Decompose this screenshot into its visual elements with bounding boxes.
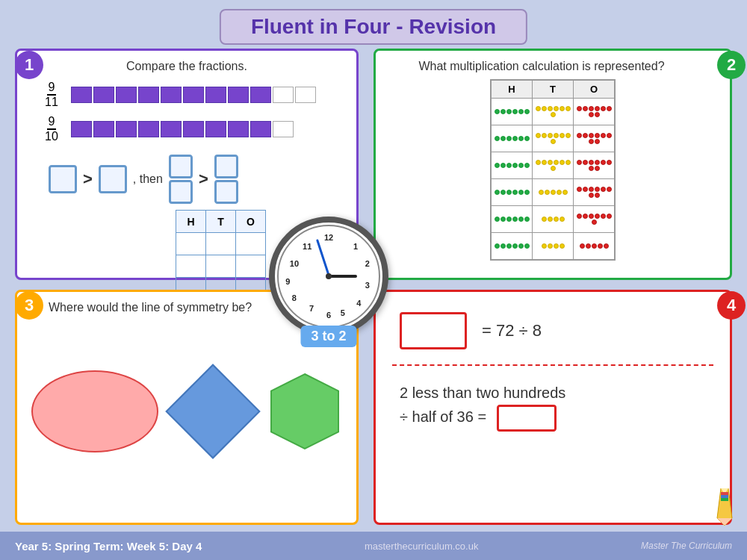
svg-rect-6 (721, 498, 728, 501)
clock-6: 6 (326, 311, 331, 320)
cell-h2 (492, 125, 533, 152)
bar (228, 87, 249, 103)
answer-inline-box[interactable] (497, 405, 557, 432)
footer-brand: Master The Curriculum (641, 541, 732, 551)
col-o: O (574, 81, 615, 99)
bar (138, 87, 159, 103)
bar (71, 87, 92, 103)
question-number-1: 1 (15, 51, 43, 79)
cell-o2 (574, 125, 615, 152)
clock-2: 2 (365, 259, 370, 268)
q4-top-equation: = 72 ÷ 8 (400, 312, 721, 349)
fraction-2-bars (71, 121, 294, 137)
question-2-box: What multiplication calculation is repre… (374, 49, 732, 280)
equation-2-line2: ÷ half of 36 = (400, 405, 721, 432)
q1-instruction: Compare the fractions. (26, 60, 347, 73)
bar (250, 87, 271, 103)
clock-12: 12 (324, 233, 333, 242)
q2-instruction: What multiplication calculation is repre… (385, 60, 721, 73)
cell-h4 (492, 179, 533, 206)
shapes-area (26, 326, 347, 497)
hto-o: O (236, 211, 266, 233)
bar-empty (273, 87, 294, 103)
table-row (492, 99, 615, 125)
ans-box-frac-bot-2[interactable] (214, 180, 238, 204)
bar (161, 121, 182, 137)
fraction-1-bars (71, 87, 316, 103)
cell-o3 (574, 152, 615, 179)
cell-o1 (574, 99, 615, 125)
ans-box-frac-top-1[interactable] (169, 155, 193, 178)
cell-t5 (533, 206, 574, 233)
bar (161, 87, 182, 103)
bar (71, 121, 92, 137)
mult-grid: H T O (490, 79, 616, 261)
q2-content: H T O (385, 79, 721, 261)
bar (116, 121, 137, 137)
clock-5: 5 (341, 308, 345, 317)
fraction-1: 9 11 (41, 81, 62, 109)
clock-4: 4 (356, 299, 361, 308)
clock-face: 12 1 2 3 4 5 6 7 8 9 10 11 (269, 217, 388, 336)
answer-rect-1[interactable] (400, 312, 467, 349)
cell-o6 (574, 233, 615, 260)
footer-website: masterthecurriculum.co.uk (202, 541, 641, 552)
hour-hand (329, 275, 357, 278)
cell-t1 (533, 99, 574, 125)
bar (228, 121, 249, 137)
cell-h3 (492, 152, 533, 179)
question-4-box: = 72 ÷ 8 2 less than two hundreds ÷ half… (374, 290, 732, 525)
answer-box-2[interactable] (99, 165, 127, 193)
oval-shape (31, 370, 158, 452)
hexagon-shape (267, 370, 342, 452)
clock-8: 8 (292, 293, 297, 302)
divider (392, 364, 713, 366)
table-row (492, 125, 615, 152)
page-title: Fluent in Four - Revision (220, 9, 527, 45)
answer-boxes-row: > , then > (49, 155, 347, 204)
bar-empty (273, 121, 294, 137)
diamond-wrapper (168, 367, 258, 456)
ans-box-frac-bot-1[interactable] (169, 180, 193, 204)
clock-1: 1 (353, 242, 358, 251)
hto-h: H (176, 211, 206, 233)
fraction-1-row: 9 11 (41, 81, 347, 109)
svg-rect-4 (721, 492, 728, 495)
fraction-2-row: 9 10 (41, 115, 347, 143)
col-t: T (533, 81, 574, 99)
cell-t4 (533, 179, 574, 206)
question-number-2: 2 (717, 51, 746, 79)
clock-10: 10 (290, 259, 299, 268)
cell-h1 (492, 99, 533, 125)
diamond-shape (165, 364, 260, 458)
table-row (492, 206, 615, 233)
q4-bottom-equation: 2 less than two hundreds ÷ half of 36 = (400, 381, 721, 432)
cell-t2 (533, 125, 574, 152)
footer-year-info: Year 5: Spring Term: Week 5: Day 4 (15, 540, 202, 553)
then-label: , then (133, 172, 163, 186)
bar (183, 87, 204, 103)
cell-h5 (492, 206, 533, 233)
cell-o5 (574, 206, 615, 233)
bar (250, 121, 271, 137)
clock-9: 9 (285, 277, 290, 286)
answer-box-1[interactable] (49, 165, 77, 193)
svg-marker-3 (717, 518, 732, 526)
footer: Year 5: Spring Term: Week 5: Day 4 maste… (0, 532, 747, 560)
equation-2-line1: 2 less than two hundreds (400, 381, 721, 405)
ans-box-frac-top-2[interactable] (214, 155, 238, 178)
hto-t: T (206, 211, 236, 233)
clock-3: 3 (365, 281, 370, 290)
fraction-answer-1 (169, 155, 193, 204)
question-number-4: 4 (717, 291, 746, 320)
equation-1-text: = 72 ÷ 8 (482, 321, 542, 340)
bar (93, 87, 114, 103)
question-number-3: 3 (15, 291, 43, 320)
cell-h6 (492, 233, 533, 260)
clock-center (326, 273, 332, 279)
greater-than-sign-2: > (199, 169, 208, 189)
bar (93, 121, 114, 137)
bar (205, 87, 226, 103)
bar (138, 121, 159, 137)
bar (205, 121, 226, 137)
